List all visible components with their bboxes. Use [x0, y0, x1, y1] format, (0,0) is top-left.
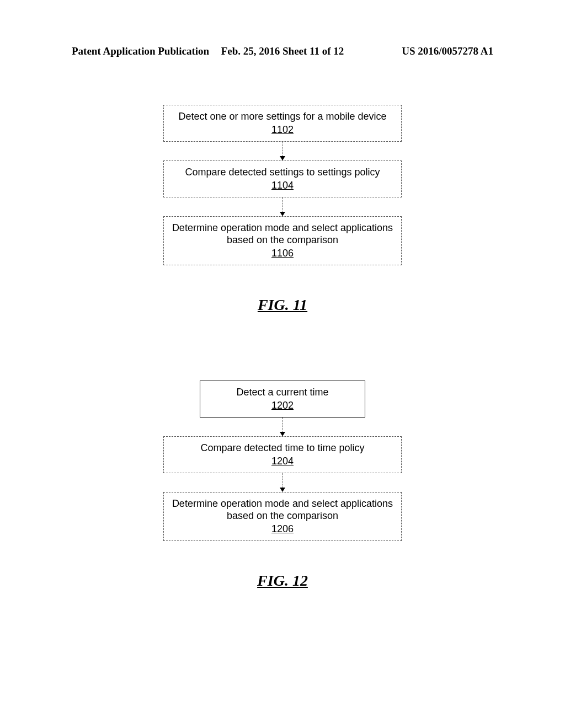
- step-text: Compare detected settings to settings po…: [185, 167, 380, 179]
- step-number: 1202: [271, 400, 294, 412]
- fig12-step-1206: Determine operation mode and select appl…: [163, 492, 402, 541]
- step-text: Determine operation mode and select appl…: [170, 222, 395, 246]
- step-number: 1104: [271, 180, 294, 192]
- step-number: 1204: [271, 456, 294, 468]
- step-text: Detect one or more settings for a mobile…: [178, 111, 386, 123]
- arrow-down-icon: [280, 142, 285, 160]
- header-sheet-info: Feb. 25, 2016 Sheet 11 of 12: [221, 45, 344, 57]
- header-publication: Patent Application Publication: [72, 45, 209, 57]
- step-text: Detect a current time: [236, 387, 328, 399]
- page: Patent Application Publication Feb. 25, …: [0, 0, 565, 728]
- page-header: Patent Application Publication Feb. 25, …: [0, 45, 565, 57]
- fig11-step-1106: Determine operation mode and select appl…: [163, 216, 402, 265]
- step-number: 1206: [271, 523, 294, 536]
- arrow-down-icon: [280, 417, 285, 436]
- fig11-step-1102: Detect one or more settings for a mobile…: [163, 105, 402, 142]
- figure-11-label: FIG. 11: [258, 296, 307, 314]
- fig11-step-1104: Compare detected settings to settings po…: [163, 160, 402, 197]
- step-text: Compare detected time to time policy: [200, 442, 364, 454]
- figure-12: Detect a current time 1202 Compare detec…: [163, 381, 402, 590]
- arrow-down-icon: [280, 197, 285, 216]
- step-text: Determine operation mode and select appl…: [170, 498, 395, 522]
- arrow-down-icon: [280, 473, 285, 492]
- figure-12-label: FIG. 12: [257, 572, 308, 590]
- step-number: 1102: [271, 124, 294, 136]
- header-pub-number: US 2016/0057278 A1: [402, 45, 493, 57]
- fig12-step-1202: Detect a current time 1202: [200, 381, 365, 417]
- fig12-step-1204: Compare detected time to time policy 120…: [163, 436, 402, 473]
- step-number: 1106: [271, 248, 294, 260]
- figure-11: Detect one or more settings for a mobile…: [163, 105, 402, 314]
